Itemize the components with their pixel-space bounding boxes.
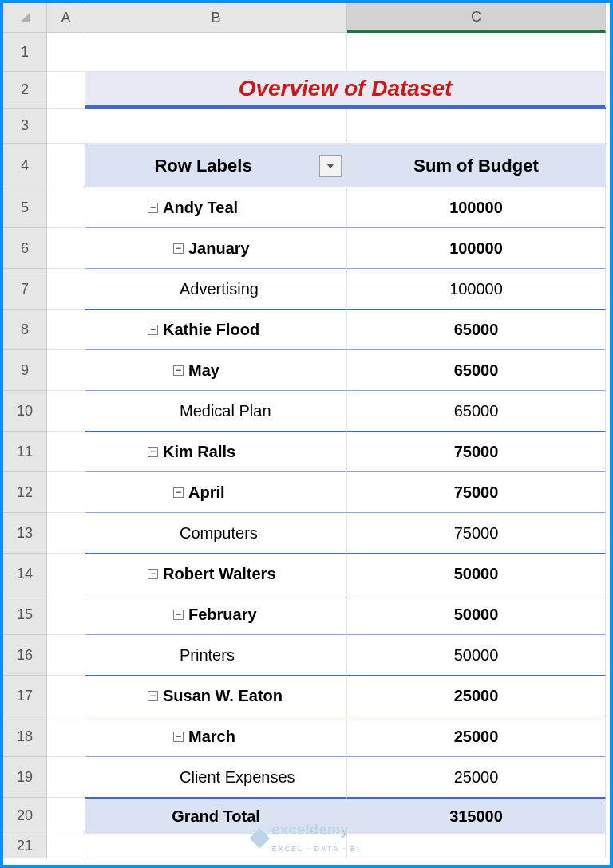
collapse-icon[interactable] [148, 203, 158, 213]
row-header[interactable]: 6 [3, 228, 47, 269]
pivot-row-label[interactable]: Robert Walters [85, 554, 347, 594]
collapse-icon[interactable] [173, 365, 184, 376]
row-header[interactable]: 3 [3, 108, 47, 144]
pivot-row-value: 100000 [347, 228, 606, 269]
empty-cell[interactable] [47, 757, 85, 798]
pivot-label-text: Advertising [180, 280, 259, 298]
pivot-row-value: 50000 [347, 594, 606, 635]
pivot-row-label[interactable]: Kim Ralls [85, 432, 347, 472]
row-header[interactable]: 8 [3, 310, 47, 350]
pivot-row-label[interactable]: Medical Plan [85, 391, 347, 432]
empty-cell[interactable] [85, 33, 347, 72]
row-header[interactable]: 10 [3, 391, 47, 432]
collapse-icon[interactable] [148, 691, 158, 701]
empty-cell[interactable] [47, 228, 85, 269]
pivot-label-text: Client Expenses [180, 768, 295, 787]
pivot-row-label[interactable]: Printers [85, 635, 347, 676]
pivot-label-text: Andy Teal [163, 199, 238, 217]
empty-cell[interactable] [47, 635, 85, 676]
empty-cell[interactable] [47, 594, 85, 635]
row-header[interactable]: 1 [3, 33, 47, 72]
pivot-row-label[interactable]: Andy Teal [85, 187, 347, 228]
pivot-row-label[interactable]: Susan W. Eaton [85, 676, 347, 716]
row-header[interactable]: 2 [3, 72, 47, 108]
empty-cell[interactable] [47, 310, 85, 350]
row-header[interactable]: 14 [3, 554, 47, 594]
col-header-a[interactable]: A [47, 3, 85, 33]
pivot-row-label[interactable]: Kathie Flood [85, 310, 347, 350]
empty-cell[interactable] [47, 716, 85, 757]
select-all-corner[interactable] [3, 3, 47, 33]
collapse-icon[interactable] [173, 610, 184, 620]
empty-cell[interactable] [47, 269, 85, 310]
empty-cell[interactable] [47, 187, 85, 228]
collapse-icon[interactable] [148, 447, 158, 457]
row-labels-filter-button[interactable] [319, 155, 342, 177]
empty-cell[interactable] [47, 108, 85, 144]
pivot-row-label[interactable]: May [85, 350, 347, 391]
pivot-row-label[interactable]: Advertising [85, 269, 347, 310]
row-header[interactable]: 18 [3, 716, 47, 757]
row-header[interactable]: 4 [3, 144, 47, 187]
logo-icon [250, 828, 270, 848]
pivot-label-text: Susan W. Eaton [163, 687, 283, 705]
empty-cell[interactable] [347, 834, 606, 858]
col-header-c[interactable]: C [347, 3, 606, 33]
grand-total-value: 315000 [347, 798, 606, 834]
pivot-label-text: May [188, 361, 219, 380]
empty-cell[interactable] [47, 513, 85, 554]
row-header[interactable]: 17 [3, 676, 47, 716]
pivot-row-value: 65000 [347, 391, 606, 432]
watermark: exceldemy EXCEL · DATA · BI [252, 822, 360, 855]
row-header[interactable]: 16 [3, 635, 47, 676]
pivot-row-value: 100000 [347, 187, 606, 228]
empty-cell[interactable] [47, 72, 85, 108]
pivot-row-label[interactable]: March [85, 716, 347, 757]
collapse-icon[interactable] [173, 243, 184, 254]
pivot-row-label[interactable]: Client Expenses [85, 757, 347, 798]
empty-cell[interactable] [47, 33, 85, 72]
watermark-name: exceldemy [271, 822, 349, 838]
pivot-label-text: Printers [180, 646, 235, 665]
row-header[interactable]: 15 [3, 594, 47, 635]
empty-cell[interactable] [47, 798, 85, 834]
pivot-row-value: 50000 [347, 635, 606, 676]
watermark-sub: EXCEL · DATA · BI [271, 845, 360, 853]
row-header[interactable]: 9 [3, 350, 47, 391]
pivot-row-label[interactable]: Computers [85, 513, 347, 554]
collapse-icon[interactable] [148, 569, 158, 579]
empty-cell[interactable] [347, 33, 606, 72]
pivot-header-sum-budget: Sum of Budget [347, 144, 606, 187]
pivot-row-label[interactable]: April [85, 472, 347, 513]
empty-cell[interactable] [47, 391, 85, 432]
pivot-row-value: 25000 [347, 716, 606, 757]
empty-cell[interactable] [47, 472, 85, 513]
pivot-row-value: 100000 [347, 269, 606, 310]
empty-cell[interactable] [47, 350, 85, 391]
empty-cell[interactable] [47, 432, 85, 472]
pivot-row-value: 25000 [347, 757, 606, 798]
empty-cell[interactable] [85, 108, 347, 144]
row-header[interactable]: 12 [3, 472, 47, 513]
row-header[interactable]: 7 [3, 269, 47, 310]
empty-cell[interactable] [47, 554, 85, 594]
row-header[interactable]: 13 [3, 513, 47, 554]
pivot-row-label[interactable]: February [85, 594, 347, 635]
empty-cell[interactable] [47, 676, 85, 716]
row-header[interactable]: 21 [3, 834, 47, 858]
collapse-icon[interactable] [173, 487, 184, 498]
empty-cell[interactable] [347, 108, 606, 144]
pivot-row-label[interactable]: January [85, 228, 347, 269]
row-header[interactable]: 19 [3, 757, 47, 798]
pivot-label-text: Kim Ralls [163, 443, 235, 461]
row-header[interactable]: 20 [3, 798, 47, 834]
empty-cell[interactable] [47, 144, 85, 187]
col-header-b[interactable]: B [85, 3, 347, 33]
row-header[interactable]: 5 [3, 187, 47, 228]
empty-cell[interactable] [47, 834, 85, 858]
collapse-icon[interactable] [173, 732, 184, 742]
collapse-icon[interactable] [148, 325, 158, 335]
row-header[interactable]: 11 [3, 432, 47, 472]
pivot-header-row-labels[interactable]: Row Labels [85, 144, 347, 187]
pivot-label-text: March [188, 728, 235, 746]
